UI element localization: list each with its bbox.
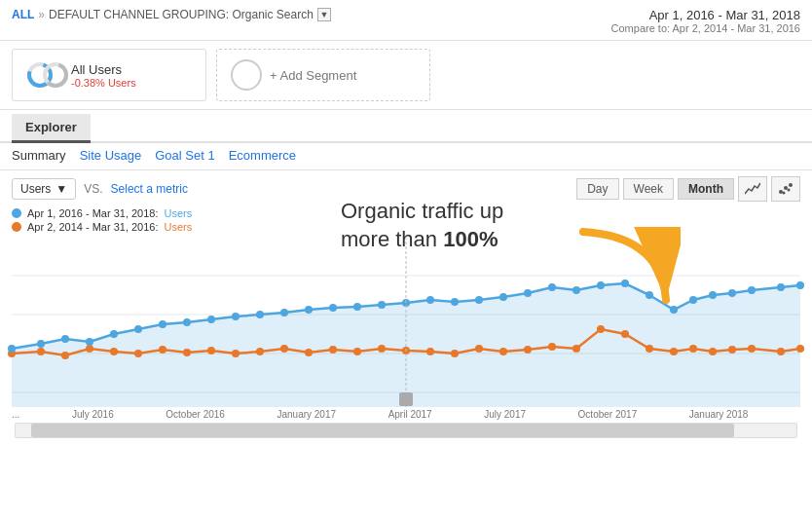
svg-point-39 <box>621 330 629 338</box>
svg-point-65 <box>426 296 434 304</box>
svg-point-77 <box>709 291 717 299</box>
svg-point-72 <box>597 281 605 289</box>
svg-point-66 <box>451 298 459 306</box>
scatter-chart-btn[interactable] <box>771 176 800 202</box>
x-label-6: October 2017 <box>578 409 638 420</box>
svg-point-18 <box>110 348 118 355</box>
channel-arrow[interactable]: ▼ <box>317 8 331 21</box>
svg-point-24 <box>256 348 264 355</box>
sub-tab-ecommerce[interactable]: Ecommerce <box>229 148 296 165</box>
primary-date: Apr 1, 2016 - Mar 31, 2018 <box>611 8 800 22</box>
select-metric[interactable]: Select a metric <box>111 182 188 196</box>
legend-date-2: Apr 2, 2014 - Mar 31, 2016: <box>27 221 159 233</box>
svg-point-67 <box>475 296 483 304</box>
legend-date-1: Apr 1, 2016 - Mar 31, 2018: <box>27 207 159 219</box>
scroll-bar[interactable] <box>15 423 797 438</box>
svg-point-23 <box>232 350 240 357</box>
svg-point-81 <box>796 281 804 289</box>
time-btn-month[interactable]: Month <box>678 178 734 200</box>
svg-point-20 <box>159 346 166 354</box>
svg-point-74 <box>646 291 653 299</box>
legend-row-2: Apr 2, 2014 - Mar 31, 2016: Users <box>12 221 800 233</box>
svg-point-8 <box>788 189 791 192</box>
svg-point-21 <box>183 349 191 356</box>
svg-point-51 <box>86 338 93 346</box>
svg-point-75 <box>670 306 678 314</box>
svg-point-31 <box>426 348 434 355</box>
sub-tabs: Summary Site Usage Goal Set 1 Ecommerce <box>0 143 812 170</box>
svg-point-68 <box>499 293 507 301</box>
metric-selector: Users ▼ VS. Select a metric <box>12 178 188 200</box>
svg-point-48 <box>8 345 16 353</box>
segment-name: All Users <box>71 62 136 77</box>
metric-dropdown[interactable]: Users ▼ <box>12 178 76 200</box>
line-chart-btn[interactable] <box>738 176 767 202</box>
breadcrumb: ALL » DEFAULT CHANNEL GROUPING: Organic … <box>12 8 331 21</box>
svg-point-5 <box>784 186 788 190</box>
svg-point-35 <box>524 346 532 354</box>
time-btn-week[interactable]: Week <box>623 178 674 200</box>
svg-point-40 <box>646 345 653 353</box>
main-tabs-bar: Explorer <box>0 114 812 143</box>
svg-point-50 <box>61 335 69 343</box>
x-label-1: July 2016 <box>72 409 114 420</box>
svg-point-63 <box>378 301 386 309</box>
time-btn-day[interactable]: Day <box>576 178 618 200</box>
svg-point-44 <box>728 346 736 354</box>
channel-label: DEFAULT CHANNEL GROUPING: Organic Search <box>49 8 314 21</box>
svg-point-33 <box>475 345 483 353</box>
metric-arrow: ▼ <box>55 182 67 196</box>
all-link[interactable]: ALL <box>12 8 34 21</box>
svg-point-36 <box>548 343 556 351</box>
legend-area: Apr 1, 2016 - Mar 31, 2018: Users Apr 2,… <box>0 207 812 237</box>
segment-card-users[interactable]: All Users -0.38% Users <box>12 49 206 101</box>
svg-point-41 <box>670 348 678 355</box>
chart-container: Organic traffic up more than 100% <box>0 237 812 407</box>
svg-point-25 <box>280 345 288 353</box>
x-label-4: April 2017 <box>388 409 432 420</box>
svg-point-42 <box>689 345 697 353</box>
chart-toolbar: Users ▼ VS. Select a metric Day Week Mon… <box>0 170 812 207</box>
tab-explorer[interactable]: Explorer <box>12 114 91 143</box>
x-label-0: ... <box>12 409 19 420</box>
sub-tab-goal-set-1[interactable]: Goal Set 1 <box>155 148 214 165</box>
bottom-scroll-area <box>0 420 812 441</box>
svg-point-45 <box>748 345 756 353</box>
svg-point-32 <box>451 350 459 357</box>
metric-label: Users <box>20 182 51 196</box>
chart-svg <box>12 237 800 407</box>
svg-point-55 <box>183 318 191 326</box>
svg-point-26 <box>305 349 313 356</box>
compare-date: Compare to: Apr 2, 2014 - Mar 31, 2016 <box>611 22 800 34</box>
svg-point-69 <box>524 289 532 297</box>
svg-point-47 <box>796 345 804 353</box>
svg-point-71 <box>572 286 580 294</box>
add-segment-circle <box>231 59 262 91</box>
legend-metric-1: Users <box>165 207 193 219</box>
svg-point-61 <box>329 304 337 312</box>
legend-dot-1 <box>12 208 21 218</box>
segments-area: All Users -0.38% Users + Add Segment <box>0 41 812 110</box>
svg-point-76 <box>689 296 697 304</box>
channel-dropdown[interactable]: DEFAULT CHANNEL GROUPING: Organic Search… <box>49 8 331 21</box>
date-range: Apr 1, 2016 - Mar 31, 2018 Compare to: A… <box>611 8 800 34</box>
add-segment-card[interactable]: + Add Segment <box>216 49 430 101</box>
svg-point-22 <box>207 347 215 354</box>
sub-tab-site-usage[interactable]: Site Usage <box>80 148 142 165</box>
segment-change: -0.38% Users <box>71 77 136 89</box>
scroll-handle[interactable] <box>31 424 734 437</box>
svg-point-29 <box>378 345 386 353</box>
add-segment-label: + Add Segment <box>270 68 356 83</box>
svg-point-43 <box>709 348 717 355</box>
x-label-3: January 2017 <box>277 409 336 420</box>
svg-point-37 <box>572 345 580 353</box>
svg-point-46 <box>777 348 785 355</box>
top-bar: ALL » DEFAULT CHANNEL GROUPING: Organic … <box>0 0 812 41</box>
svg-point-59 <box>280 309 288 316</box>
svg-point-27 <box>329 346 337 354</box>
svg-point-80 <box>777 283 785 291</box>
svg-point-4 <box>779 190 783 194</box>
svg-point-54 <box>159 320 166 328</box>
sub-tab-summary[interactable]: Summary <box>12 148 66 165</box>
svg-point-56 <box>207 316 215 323</box>
